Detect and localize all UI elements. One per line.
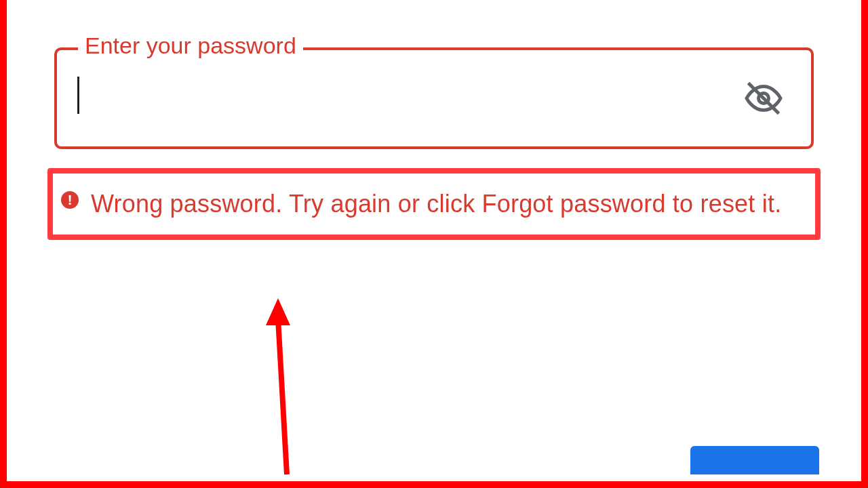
svg-marker-3 — [266, 298, 290, 325]
svg-line-2 — [278, 319, 287, 474]
password-input-box[interactable] — [54, 47, 814, 149]
error-message-text: Wrong password. Try again or click Forgo… — [91, 186, 781, 222]
primary-action-button[interactable] — [690, 446, 819, 474]
content-area: Enter your password ! Wrong password. Tr… — [7, 0, 861, 481]
password-field-container: Enter your password — [54, 47, 814, 149]
password-input[interactable] — [79, 85, 791, 112]
password-field-label: Enter your password — [78, 33, 303, 59]
error-icon: ! — [61, 191, 79, 209]
visibility-off-icon[interactable] — [743, 78, 784, 119]
annotation-arrow-icon — [258, 298, 298, 481]
error-message-box: ! Wrong password. Try again or click For… — [47, 168, 821, 240]
screenshot-frame: Enter your password ! Wrong password. Tr… — [0, 0, 868, 488]
